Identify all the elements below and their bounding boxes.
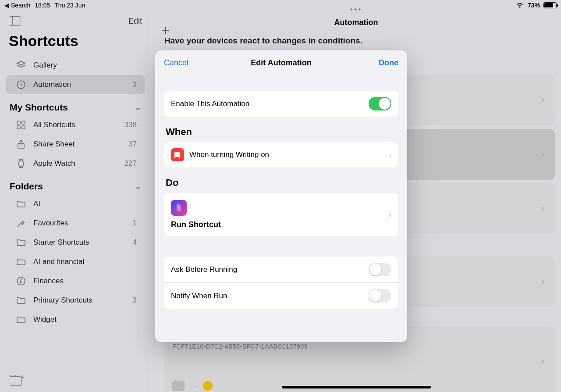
cancel-button[interactable]: Cancel xyxy=(164,58,188,68)
do-action-row[interactable]: Run Shortcut › xyxy=(164,193,398,236)
cell-label: Notify When Run xyxy=(171,292,369,300)
cell-label: When turning Writing on xyxy=(189,150,389,159)
cell-label: Ask Before Running xyxy=(171,265,369,274)
cell-label: Enable This Automation xyxy=(171,100,369,108)
do-section-title: Do xyxy=(166,177,397,189)
when-section-title: When xyxy=(166,126,397,138)
chevron-right-icon: › xyxy=(389,150,391,160)
when-trigger-row[interactable]: When turning Writing on › xyxy=(164,142,398,167)
modal-header: Cancel Edit Automation Done xyxy=(155,50,407,75)
enable-group: Enable This Automation xyxy=(164,91,398,117)
notify-toggle[interactable] xyxy=(369,289,391,303)
ask-before-running-row[interactable]: Ask Before Running xyxy=(164,257,398,282)
cell-label: Run Shortcut xyxy=(171,220,221,229)
options-group: Ask Before Running Notify When Run xyxy=(164,257,398,309)
edit-automation-modal: Cancel Edit Automation Done Enable This … xyxy=(155,50,407,342)
shortcuts-app-icon xyxy=(171,200,187,216)
ask-toggle[interactable] xyxy=(369,263,391,276)
enable-toggle[interactable] xyxy=(369,97,391,110)
focus-icon xyxy=(171,148,184,161)
do-group: Run Shortcut › xyxy=(164,193,398,236)
modal-title: Edit Automation xyxy=(251,58,311,68)
notify-when-run-row[interactable]: Notify When Run xyxy=(164,282,398,309)
when-group: When turning Writing on › xyxy=(164,142,398,167)
enable-automation-row[interactable]: Enable This Automation xyxy=(164,91,398,117)
done-button[interactable]: Done xyxy=(379,58,398,68)
chevron-right-icon: › xyxy=(389,210,391,219)
